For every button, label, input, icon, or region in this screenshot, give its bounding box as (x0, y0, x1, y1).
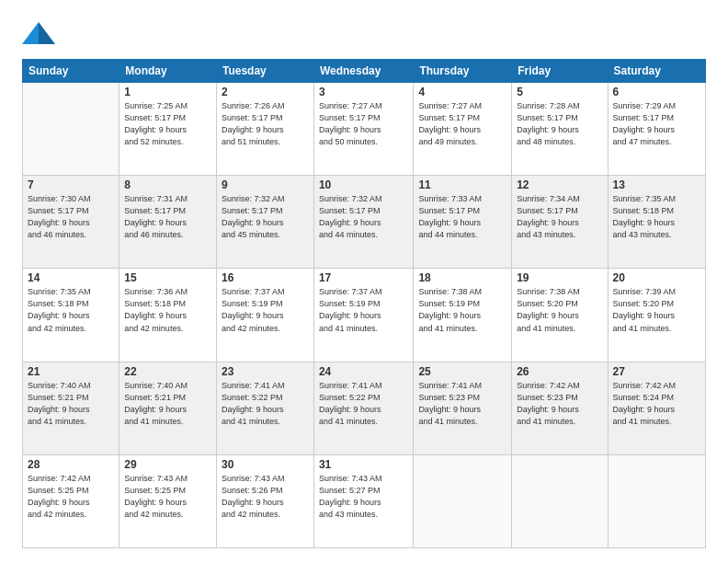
header-wednesday: Wednesday (313, 60, 413, 83)
calendar-cell (608, 454, 705, 547)
calendar-cell: 16Sunrise: 7:37 AM Sunset: 5:19 PM Dayli… (216, 269, 313, 362)
calendar-cell (512, 454, 608, 547)
day-number: 7 (28, 178, 114, 191)
day-number: 17 (319, 271, 408, 284)
day-number: 30 (222, 458, 309, 471)
day-info: Sunrise: 7:43 AM Sunset: 5:26 PM Dayligh… (222, 473, 309, 521)
day-info: Sunrise: 7:43 AM Sunset: 5:25 PM Dayligh… (124, 473, 211, 521)
day-info: Sunrise: 7:32 AM Sunset: 5:17 PM Dayligh… (319, 193, 408, 241)
day-info: Sunrise: 7:35 AM Sunset: 5:18 PM Dayligh… (28, 286, 114, 334)
calendar-cell: 14Sunrise: 7:35 AM Sunset: 5:18 PM Dayli… (23, 269, 119, 362)
day-number: 21 (28, 365, 114, 378)
day-info: Sunrise: 7:41 AM Sunset: 5:22 PM Dayligh… (222, 380, 309, 428)
day-number: 8 (124, 178, 211, 191)
day-info: Sunrise: 7:42 AM Sunset: 5:24 PM Dayligh… (613, 380, 700, 428)
calendar-table: SundayMondayTuesdayWednesdayThursdayFrid… (22, 59, 706, 548)
day-info: Sunrise: 7:25 AM Sunset: 5:17 PM Dayligh… (124, 100, 211, 148)
day-number: 14 (28, 271, 114, 284)
calendar-cell: 17Sunrise: 7:37 AM Sunset: 5:19 PM Dayli… (313, 269, 413, 362)
calendar-cell: 26Sunrise: 7:42 AM Sunset: 5:23 PM Dayli… (512, 362, 608, 454)
calendar-cell: 4Sunrise: 7:27 AM Sunset: 5:17 PM Daylig… (414, 83, 512, 176)
calendar-cell: 25Sunrise: 7:41 AM Sunset: 5:23 PM Dayli… (414, 362, 512, 454)
calendar-week-row: 7Sunrise: 7:30 AM Sunset: 5:17 PM Daylig… (23, 176, 706, 269)
header-sunday: Sunday (23, 60, 119, 83)
day-number: 29 (124, 458, 211, 471)
day-number: 11 (418, 178, 506, 191)
calendar-cell: 21Sunrise: 7:40 AM Sunset: 5:21 PM Dayli… (23, 362, 119, 454)
calendar-week-row: 14Sunrise: 7:35 AM Sunset: 5:18 PM Dayli… (23, 269, 706, 362)
day-info: Sunrise: 7:43 AM Sunset: 5:27 PM Dayligh… (319, 473, 408, 521)
day-info: Sunrise: 7:40 AM Sunset: 5:21 PM Dayligh… (28, 380, 114, 428)
header-friday: Friday (512, 60, 608, 83)
calendar-cell: 3Sunrise: 7:27 AM Sunset: 5:17 PM Daylig… (313, 83, 413, 176)
day-info: Sunrise: 7:38 AM Sunset: 5:19 PM Dayligh… (418, 286, 506, 334)
header-thursday: Thursday (414, 60, 512, 83)
day-info: Sunrise: 7:26 AM Sunset: 5:17 PM Dayligh… (222, 100, 309, 148)
day-number: 27 (613, 365, 700, 378)
calendar-cell: 22Sunrise: 7:40 AM Sunset: 5:21 PM Dayli… (119, 362, 217, 454)
day-number: 28 (28, 458, 114, 471)
day-number: 4 (418, 86, 506, 98)
day-info: Sunrise: 7:37 AM Sunset: 5:19 PM Dayligh… (319, 286, 408, 334)
day-info: Sunrise: 7:29 AM Sunset: 5:17 PM Dayligh… (613, 100, 700, 148)
logo-icon (22, 18, 57, 48)
calendar-cell: 8Sunrise: 7:31 AM Sunset: 5:17 PM Daylig… (119, 176, 217, 269)
day-info: Sunrise: 7:41 AM Sunset: 5:22 PM Dayligh… (319, 380, 408, 428)
day-info: Sunrise: 7:30 AM Sunset: 5:17 PM Dayligh… (28, 193, 114, 241)
calendar-cell: 31Sunrise: 7:43 AM Sunset: 5:27 PM Dayli… (313, 454, 413, 547)
day-number: 2 (222, 86, 309, 98)
day-number: 12 (517, 178, 602, 191)
day-info: Sunrise: 7:28 AM Sunset: 5:17 PM Dayligh… (517, 100, 602, 148)
header-tuesday: Tuesday (216, 60, 313, 83)
day-info: Sunrise: 7:42 AM Sunset: 5:23 PM Dayligh… (517, 380, 602, 428)
svg-marker-1 (39, 22, 55, 44)
calendar-week-row: 21Sunrise: 7:40 AM Sunset: 5:21 PM Dayli… (23, 362, 706, 454)
day-info: Sunrise: 7:34 AM Sunset: 5:17 PM Dayligh… (517, 193, 602, 241)
calendar-cell: 12Sunrise: 7:34 AM Sunset: 5:17 PM Dayli… (512, 176, 608, 269)
day-number: 24 (319, 365, 408, 378)
header (22, 18, 706, 48)
day-number: 26 (517, 365, 602, 378)
calendar-week-row: 1Sunrise: 7:25 AM Sunset: 5:17 PM Daylig… (23, 83, 706, 176)
header-monday: Monday (119, 60, 217, 83)
day-number: 23 (222, 365, 309, 378)
calendar-cell: 2Sunrise: 7:26 AM Sunset: 5:17 PM Daylig… (216, 83, 313, 176)
day-info: Sunrise: 7:41 AM Sunset: 5:23 PM Dayligh… (418, 380, 506, 428)
header-saturday: Saturday (608, 60, 705, 83)
day-number: 22 (124, 365, 211, 378)
day-number: 9 (222, 178, 309, 191)
calendar-cell: 5Sunrise: 7:28 AM Sunset: 5:17 PM Daylig… (512, 83, 608, 176)
day-number: 6 (613, 86, 700, 98)
calendar-cell: 18Sunrise: 7:38 AM Sunset: 5:19 PM Dayli… (414, 269, 512, 362)
day-number: 18 (418, 271, 506, 284)
day-info: Sunrise: 7:27 AM Sunset: 5:17 PM Dayligh… (418, 100, 506, 148)
calendar-cell: 28Sunrise: 7:42 AM Sunset: 5:25 PM Dayli… (23, 454, 119, 547)
calendar-cell: 27Sunrise: 7:42 AM Sunset: 5:24 PM Dayli… (608, 362, 705, 454)
page: SundayMondayTuesdayWednesdayThursdayFrid… (0, 0, 728, 563)
calendar-cell (23, 83, 119, 176)
day-info: Sunrise: 7:38 AM Sunset: 5:20 PM Dayligh… (517, 286, 602, 334)
calendar-cell: 11Sunrise: 7:33 AM Sunset: 5:17 PM Dayli… (414, 176, 512, 269)
day-number: 16 (222, 271, 309, 284)
day-info: Sunrise: 7:42 AM Sunset: 5:25 PM Dayligh… (28, 473, 114, 521)
day-number: 15 (124, 271, 211, 284)
calendar-cell (414, 454, 512, 547)
calendar-cell: 30Sunrise: 7:43 AM Sunset: 5:26 PM Dayli… (216, 454, 313, 547)
day-number: 25 (418, 365, 506, 378)
calendar-cell: 29Sunrise: 7:43 AM Sunset: 5:25 PM Dayli… (119, 454, 217, 547)
day-number: 19 (517, 271, 602, 284)
calendar-cell: 19Sunrise: 7:38 AM Sunset: 5:20 PM Dayli… (512, 269, 608, 362)
day-info: Sunrise: 7:36 AM Sunset: 5:18 PM Dayligh… (124, 286, 211, 334)
day-info: Sunrise: 7:39 AM Sunset: 5:20 PM Dayligh… (613, 286, 700, 334)
calendar-cell: 10Sunrise: 7:32 AM Sunset: 5:17 PM Dayli… (313, 176, 413, 269)
calendar-header-row: SundayMondayTuesdayWednesdayThursdayFrid… (23, 60, 706, 83)
calendar-cell: 20Sunrise: 7:39 AM Sunset: 5:20 PM Dayli… (608, 269, 705, 362)
day-number: 31 (319, 458, 408, 471)
day-number: 5 (517, 86, 602, 98)
day-info: Sunrise: 7:37 AM Sunset: 5:19 PM Dayligh… (222, 286, 309, 334)
calendar-cell: 9Sunrise: 7:32 AM Sunset: 5:17 PM Daylig… (216, 176, 313, 269)
day-info: Sunrise: 7:32 AM Sunset: 5:17 PM Dayligh… (222, 193, 309, 241)
calendar-cell: 7Sunrise: 7:30 AM Sunset: 5:17 PM Daylig… (23, 176, 119, 269)
logo (22, 18, 61, 48)
day-number: 1 (124, 86, 211, 98)
